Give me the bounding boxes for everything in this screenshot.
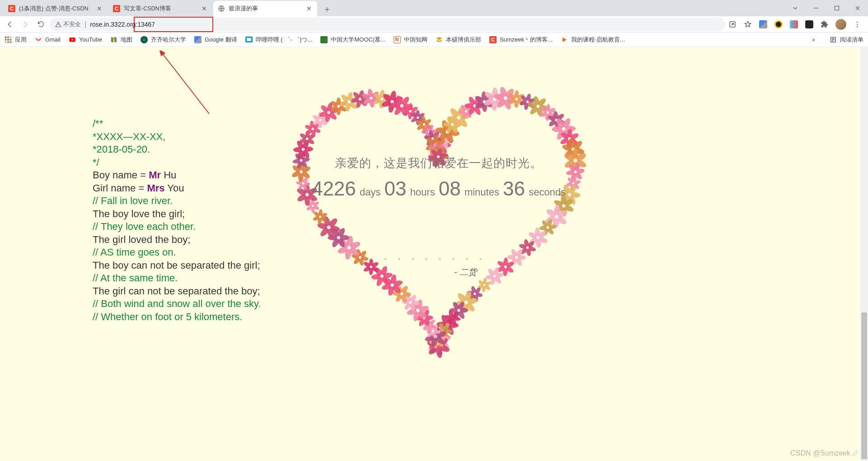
new-tab-button[interactable]: ＋	[321, 3, 333, 15]
csdn-icon: C	[489, 36, 497, 43]
youtube-icon	[69, 36, 76, 43]
love-code-block: /** *XXXX—XX-XX, *2018-05-20. */ Boy nam…	[93, 117, 296, 323]
globe-icon	[218, 5, 225, 12]
bookmarks-overflow[interactable]: »	[812, 36, 815, 43]
apps-icon	[5, 36, 12, 43]
gmail-icon	[35, 36, 42, 43]
bookmark-sumzeek[interactable]: CSumzeek丶的博客...	[489, 36, 553, 44]
close-icon[interactable]: ✕	[201, 5, 208, 12]
bookmark-apps[interactable]: 应用	[5, 36, 27, 44]
link-icon	[852, 450, 858, 456]
extension-icon[interactable]	[805, 20, 814, 29]
minimize-button[interactable]	[806, 0, 826, 16]
tab-csdn-messages[interactable]: C (1条消息) 点赞-消息-CSDN ✕	[4, 1, 108, 16]
signature: - 二货	[298, 266, 578, 278]
love-headline: 亲爱的，这是我们相爱在一起的时光。	[298, 155, 578, 171]
maps-icon	[110, 36, 117, 43]
bookmark-youtube[interactable]: YouTube	[69, 36, 102, 43]
url-text: rose.in.3322.org:13467	[90, 21, 155, 28]
bookmark-maps[interactable]: 地图	[110, 36, 132, 44]
bilibili-icon	[245, 36, 253, 43]
love-timer: 4226 days 03 hours 08 minutes 36 seconds	[298, 177, 578, 200]
svg-rect-1	[835, 6, 839, 10]
bookmark-gmail[interactable]: Gmail	[35, 36, 61, 43]
svg-point-5	[857, 26, 858, 27]
tab-title: 写文章-CSDN博客	[124, 5, 198, 13]
vertical-scrollbar[interactable]	[860, 47, 868, 461]
reload-button[interactable]	[34, 18, 47, 31]
svg-rect-14	[10, 41, 12, 43]
window-controls	[785, 0, 868, 16]
svg-point-4	[857, 23, 858, 24]
svg-rect-10	[7, 39, 9, 41]
bookmark-qihang[interactable]: 我的课程-启航教育...	[561, 36, 625, 44]
ellipsis-dots: 。。。。。。。。	[298, 252, 578, 262]
bookmark-bilibili[interactable]: 哔哩哔哩 ( ゜- ゜)つ...	[245, 36, 313, 44]
page-content: /** *XXXX—XX-XX, *2018-05-20. */ Boy nam…	[0, 47, 868, 461]
svg-rect-6	[5, 36, 7, 38]
bookmark-club[interactable]: 本硕博俱乐部	[436, 36, 481, 44]
back-button[interactable]	[4, 18, 16, 31]
forward-button[interactable]	[19, 18, 32, 31]
reading-list-icon	[830, 36, 837, 43]
svg-rect-7	[7, 36, 9, 38]
csdn-favicon: C	[8, 5, 15, 12]
extension-icon[interactable]	[789, 20, 798, 29]
translate-icon[interactable]	[759, 20, 768, 29]
heart-text: 亲爱的，这是我们相爱在一起的时光。 4226 days 03 hours 08 …	[298, 155, 578, 278]
csdn-watermark: CSDN @Sumzeek	[790, 449, 858, 457]
svg-rect-9	[5, 39, 7, 41]
svg-point-543	[337, 105, 340, 107]
bookmark-translate[interactable]: Google 翻译	[194, 36, 237, 44]
svg-rect-8	[10, 36, 12, 38]
bookmark-qqhe[interactable]: 齐齐哈尔大学	[141, 36, 186, 44]
svg-line-18	[162, 53, 209, 114]
svg-point-16	[114, 37, 116, 39]
cnki-icon: 知	[394, 36, 401, 43]
menu-dots-icon[interactable]	[853, 20, 862, 29]
close-window-button[interactable]	[847, 0, 868, 16]
extension-icon[interactable]	[774, 20, 783, 29]
annotation-arrow	[160, 51, 214, 118]
tab-bar: C (1条消息) 点赞-消息-CSDN ✕ C 写文章-CSDN博客 ✕ 最浪漫…	[0, 0, 868, 16]
svg-rect-13	[7, 41, 9, 43]
mooc-icon	[320, 36, 328, 43]
maximize-button[interactable]	[826, 0, 847, 16]
bookmark-star-icon[interactable]	[743, 20, 752, 29]
not-secure-warning: 不安全	[55, 20, 81, 28]
graduation-icon	[436, 36, 443, 43]
svg-point-3	[857, 21, 858, 22]
csdn-favicon: C	[113, 5, 120, 12]
extensions-puzzle-icon[interactable]	[820, 20, 829, 29]
share-icon[interactable]	[728, 20, 737, 29]
chevron-down-icon[interactable]	[785, 0, 806, 16]
close-icon[interactable]: ✕	[96, 5, 103, 12]
tab-csdn-write[interactable]: C 写文章-CSDN博客 ✕	[108, 1, 212, 16]
translate-icon	[194, 36, 202, 43]
bookmark-cnki[interactable]: 知中国知网	[394, 36, 427, 44]
tab-title: 最浪漫的事	[229, 5, 303, 13]
close-icon[interactable]: ✕	[305, 5, 313, 12]
play-icon	[561, 36, 568, 43]
profile-avatar[interactable]	[835, 19, 846, 30]
svg-rect-12	[5, 41, 7, 43]
bookmarks-bar: 应用 Gmail YouTube 地图 齐齐哈尔大学 Google 翻译 哔哩哔…	[0, 33, 868, 47]
reading-list-button[interactable]: 阅读清单	[830, 36, 863, 44]
university-icon	[141, 36, 148, 43]
svg-rect-11	[10, 39, 12, 41]
bookmark-mooc[interactable]: 中国大学MOOC(慕...	[320, 36, 385, 44]
url-input[interactable]: 不安全 | rose.in.3322.org:13467	[50, 18, 725, 31]
scrollbar-thumb[interactable]	[861, 312, 867, 459]
address-bar: 不安全 | rose.in.3322.org:13467	[0, 16, 868, 33]
tab-title: (1条消息) 点赞-消息-CSDN	[19, 5, 93, 13]
tab-romantic[interactable]: 最浪漫的事 ✕	[213, 1, 317, 16]
